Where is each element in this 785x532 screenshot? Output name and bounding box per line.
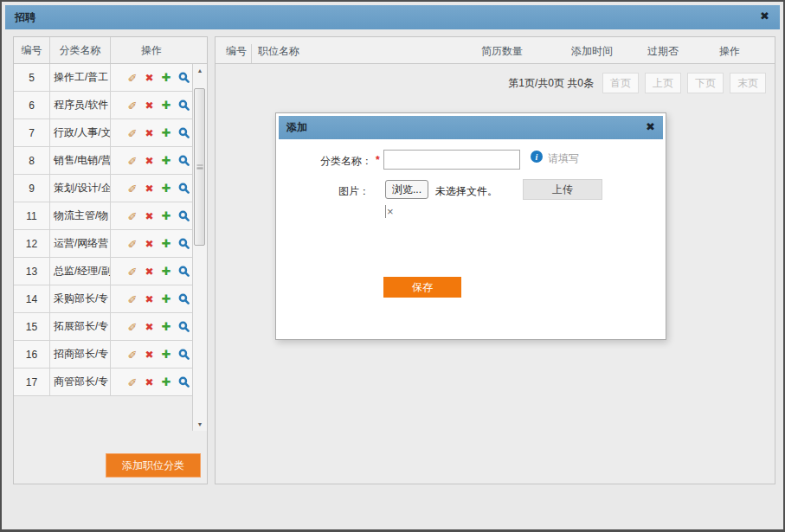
scroll-down-icon[interactable]: ▼ <box>194 418 206 431</box>
delete-icon[interactable]: ✖ <box>145 183 153 195</box>
header-actions: 操作 <box>111 37 192 63</box>
header-actions: 操作 <box>719 44 740 59</box>
delete-icon[interactable]: ✖ <box>145 155 153 167</box>
edit-icon[interactable]: ✎ <box>128 99 138 112</box>
image-label: 图片： <box>279 184 370 199</box>
search-icon[interactable] <box>178 155 190 166</box>
window-close-icon[interactable]: ✖ <box>760 10 769 22</box>
header-resume-count: 简历数量 <box>481 44 523 59</box>
category-id: 6 <box>14 92 50 119</box>
category-name: 销售/电销/营 <box>50 147 111 175</box>
table-row: 14 采购部长/专 ✎ ✖ ✚ <box>14 285 207 313</box>
table-row: 11 物流主管/物 ✎ ✖ ✚ <box>14 202 207 230</box>
category-name: 招商部长/专 <box>50 341 111 369</box>
last-page-button[interactable]: 末页 <box>730 73 766 93</box>
add-icon[interactable]: ✚ <box>162 320 171 333</box>
delete-icon[interactable]: ✖ <box>145 127 153 139</box>
add-icon[interactable]: ✚ <box>162 375 171 388</box>
category-name: 程序员/软件 <box>50 92 111 119</box>
category-name: 商管部长/专 <box>50 369 111 396</box>
upload-button[interactable]: 上传 <box>523 179 602 200</box>
category-id: 9 <box>14 175 50 202</box>
window-title: 招聘 <box>5 10 35 25</box>
category-name-label: 分类名称： <box>279 154 372 169</box>
search-icon[interactable] <box>178 127 190 138</box>
scroll-up-icon[interactable]: ▲ <box>194 64 206 77</box>
delete-icon[interactable]: ✖ <box>145 376 153 388</box>
add-icon[interactable]: ✚ <box>162 126 171 139</box>
next-page-button[interactable]: 下页 <box>687 73 724 93</box>
browse-button[interactable]: 浏览... <box>385 180 428 199</box>
category-id: 12 <box>14 230 50 258</box>
search-icon[interactable] <box>178 238 190 249</box>
scrollbar-grip <box>196 165 203 170</box>
search-icon[interactable] <box>178 266 190 277</box>
add-icon[interactable]: ✚ <box>162 292 171 305</box>
delete-icon[interactable]: ✖ <box>145 321 153 333</box>
header-position-name: 职位名称 <box>258 44 299 59</box>
header-scrollbar-spacer <box>192 37 207 63</box>
search-icon[interactable] <box>178 293 190 304</box>
edit-icon[interactable]: ✎ <box>128 320 138 333</box>
add-icon[interactable]: ✚ <box>162 237 171 250</box>
delete-icon[interactable]: ✖ <box>145 72 153 84</box>
search-icon[interactable] <box>178 72 190 83</box>
edit-icon[interactable]: ✎ <box>128 154 138 167</box>
dialog-close-icon[interactable]: ✖ <box>646 120 655 133</box>
delete-icon[interactable]: ✖ <box>145 349 153 361</box>
add-icon[interactable]: ✚ <box>162 71 171 84</box>
save-button[interactable]: 保存 <box>383 277 461 298</box>
search-icon[interactable] <box>178 99 190 111</box>
vertical-scrollbar[interactable]: ▲ ▼ <box>192 64 207 431</box>
category-id: 16 <box>14 341 50 369</box>
search-icon[interactable] <box>178 210 190 221</box>
delete-icon[interactable]: ✖ <box>145 266 153 278</box>
add-icon[interactable]: ✚ <box>162 209 171 222</box>
delete-icon[interactable]: ✖ <box>145 210 153 222</box>
edit-icon[interactable]: ✎ <box>128 237 138 250</box>
search-icon[interactable] <box>178 321 190 332</box>
edit-icon[interactable]: ✎ <box>128 182 138 195</box>
edit-icon[interactable]: ✎ <box>128 265 138 278</box>
add-icon[interactable]: ✚ <box>162 265 171 278</box>
scrollbar-thumb[interactable] <box>194 88 205 246</box>
add-icon[interactable]: ✚ <box>162 182 171 195</box>
search-icon[interactable] <box>178 349 190 360</box>
edit-icon[interactable]: ✎ <box>128 292 138 305</box>
dialog-body: 分类名称： * i 请填写 图片： 浏览... 未选择文件。 上传 × 保存 <box>279 139 663 337</box>
category-name: 操作工/普工 <box>50 64 111 92</box>
header-id: 编号 <box>14 37 50 63</box>
edit-icon[interactable]: ✎ <box>128 348 138 361</box>
category-name-input[interactable] <box>383 150 520 170</box>
table-row: 16 招商部长/专 ✎ ✖ ✚ <box>14 341 207 369</box>
dialog-titlebar: 添加 ✖ <box>279 116 663 139</box>
no-file-selected-text: 未选择文件。 <box>435 184 498 199</box>
edit-icon[interactable]: ✎ <box>128 126 138 139</box>
edit-icon[interactable]: ✎ <box>128 209 138 222</box>
header-divider <box>251 44 252 63</box>
delete-icon[interactable]: ✖ <box>145 293 153 305</box>
search-icon[interactable] <box>178 183 190 194</box>
dialog-title: 添加 <box>279 120 307 135</box>
table-row: 8 销售/电销/营 ✎ ✖ ✚ <box>14 147 207 175</box>
delete-icon[interactable]: ✖ <box>145 238 153 250</box>
header-added-time: 添加时间 <box>571 44 613 59</box>
add-icon[interactable]: ✚ <box>162 348 171 361</box>
edit-icon[interactable]: ✎ <box>128 375 138 388</box>
category-name: 策划/设计/企 <box>50 175 111 202</box>
recruitment-window: 招聘 ✖ 编号 分类名称 操作 5 操作工/普工 ✎ ✖ ✚ <box>0 0 785 532</box>
search-icon[interactable] <box>178 376 190 388</box>
add-category-button[interactable]: 添加职位分类 <box>106 453 201 478</box>
table-row: 17 商管部长/专 ✎ ✖ ✚ <box>14 369 207 396</box>
edit-icon[interactable]: ✎ <box>128 71 138 84</box>
category-name: 物流主管/物 <box>50 202 111 230</box>
category-table: 编号 分类名称 操作 5 操作工/普工 ✎ ✖ ✚ 6 程序员/软件 ✎ <box>14 37 207 396</box>
delete-icon[interactable]: ✖ <box>145 99 153 112</box>
broken-image-icon: × <box>385 205 394 218</box>
first-page-button[interactable]: 首页 <box>602 73 639 93</box>
add-icon[interactable]: ✚ <box>162 99 171 112</box>
table-row: 7 行政/人事/文 ✎ ✖ ✚ <box>14 119 207 147</box>
prev-page-button[interactable]: 上页 <box>645 73 681 93</box>
table-row: 5 操作工/普工 ✎ ✖ ✚ <box>14 64 207 92</box>
add-icon[interactable]: ✚ <box>162 154 171 167</box>
